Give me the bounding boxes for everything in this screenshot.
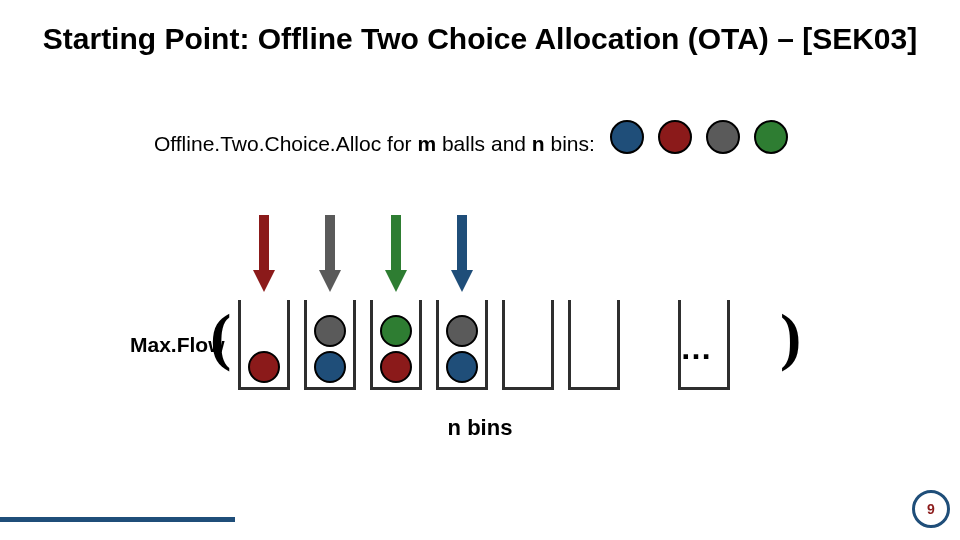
bins-row [238,300,730,390]
subtitle-n: n [532,132,545,155]
bin [502,300,554,390]
ball-icon [754,120,788,154]
arrow-slot [304,215,356,293]
ball-icon [314,315,346,347]
subtitle: Offline.Two.Choice.Alloc for m balls and… [154,132,595,156]
down-arrow-icon [257,215,271,293]
bin [370,300,422,390]
page-number: 9 [927,501,935,517]
arrow-slot [370,215,422,293]
arrow-slot [238,215,290,293]
ball-icon [380,351,412,383]
page-badge-wrap: 9 [912,486,960,540]
bin [568,300,620,390]
ball-icon [446,351,478,383]
ball-icon [380,315,412,347]
slide-title: Starting Point: Offline Two Choice Alloc… [0,22,960,56]
slide: Starting Point: Offline Two Choice Alloc… [0,0,960,540]
ball-icon [658,120,692,154]
ball-icon [706,120,740,154]
subtitle-pre: Offline.Two.Choice.Alloc for [154,132,417,155]
paren-close: ) [780,300,801,374]
footer-rule [0,517,235,522]
ball-icon [314,351,346,383]
bin-gap [634,300,664,390]
subtitle-m: m [417,132,436,155]
subtitle-post: bins: [545,132,595,155]
ball-icon [610,120,644,154]
arrows-row [238,215,488,293]
bins-caption: n bins [0,415,960,441]
ball-icon [248,351,280,383]
ellipsis: … [680,330,710,367]
bin [238,300,290,390]
annotation-balls [610,120,788,154]
page-number-badge: 9 [912,490,950,528]
arrow-slot [436,215,488,293]
bin [304,300,356,390]
down-arrow-icon [323,215,337,293]
paren-open: ( [210,300,231,374]
down-arrow-icon [455,215,469,293]
down-arrow-icon [389,215,403,293]
subtitle-mid: balls and [436,132,532,155]
bin [436,300,488,390]
ball-icon [446,315,478,347]
